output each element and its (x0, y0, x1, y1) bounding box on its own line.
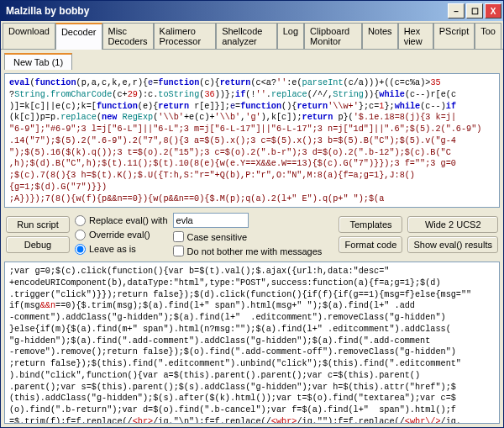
txt: (c){ (199, 78, 219, 87)
kw: function (97, 102, 138, 111)
close-button[interactable]: X (485, 3, 501, 18)
txt: ))}; (215, 90, 235, 99)
txt: <wbr\/> (405, 417, 441, 424)
radio-leave-as-is-input[interactable] (75, 244, 86, 255)
txt: (/^/, (307, 90, 333, 99)
txt: (c/a)))+((c=c%a)> (344, 78, 431, 87)
radio-label: Override eval() (89, 230, 150, 240)
templates-button[interactable]: Templates (339, 216, 402, 233)
txt: &&n (40, 301, 55, 310)
txt: (! (245, 90, 255, 99)
txt: <wbr> (271, 417, 297, 424)
tab-log[interactable]: Log (277, 23, 304, 49)
txt: (this).addClass("g-hidden");$(s).after($… (9, 394, 456, 403)
format-code-button[interactable]: Format code (339, 236, 402, 253)
fn: replace (271, 90, 307, 99)
wide-ucs2-button[interactable]: Wide 2 UCS2 (407, 216, 498, 233)
str: ");$(5).16($(k).q());3 t=$(o).2("15");3 … (9, 148, 451, 157)
str: '$.1e.18=8(j){3 k=j| (354, 113, 456, 122)
replace-eval-input[interactable] (173, 213, 249, 228)
str: .14("7");$(5).2(".6-9").2("7",8(){3 a=$(… (9, 136, 456, 145)
fn: toString (158, 90, 199, 99)
txt: }; (384, 102, 394, 111)
checkbox-do-not-bother-input[interactable] (173, 246, 184, 256)
tab-notes[interactable]: Notes (362, 23, 398, 49)
subtab-1[interactable]: New Tab (1) (4, 53, 72, 70)
tab-clipboard[interactable]: Clipboard Monitor (304, 23, 362, 49)
show-eval-results-button[interactable]: Show eval() results (407, 236, 498, 253)
num: 29 (128, 90, 138, 99)
txt: .trigger("click")}});return false});$(d)… (9, 290, 471, 299)
checkbox-case-sensitive-input[interactable] (173, 231, 184, 242)
checkbox-do-not-bother[interactable]: Do not bother me with messages (173, 246, 323, 256)
input-code-box[interactable]: eval(function(p,a,c,k,e,r){e=function(c)… (4, 73, 500, 208)
main-tabbar: Download Decoder Misc Decoders Kalimero … (1, 21, 503, 50)
txt: )]=k[c]||e(c);k=[ (9, 102, 97, 111)
kw: return (158, 102, 189, 111)
txt: -remove").remove();return false});$(o).f… (9, 347, 456, 357)
fn: replace (60, 113, 97, 122)
kw: while (379, 90, 405, 99)
tab-pscript[interactable]: PScript (433, 23, 475, 49)
tab-kalimero[interactable]: Kalimero Processor (154, 23, 217, 49)
str: ,h);$(d).B("C",h);$(t).11();$(t).10(8(e)… (9, 159, 456, 168)
txt: -comment").addClass("g-hidden");$(a).fin… (9, 313, 446, 322)
txt: ),k[c]); (261, 113, 302, 122)
radio-replace-eval[interactable]: Replace eval() with (75, 215, 168, 226)
txt: +encodeURIComponent(b),dataType:"html",t… (9, 278, 441, 288)
tab-overflow[interactable]: Too (475, 23, 501, 49)
txt: )){ (364, 90, 379, 99)
radio-leave-as-is[interactable]: Leave as is (75, 244, 168, 255)
txt: (){ (281, 102, 297, 111)
txt: (o).find(".b-return");var d=$(o).find(".… (9, 405, 456, 415)
tab-decoder[interactable]: Decoder (55, 23, 102, 50)
str: 'g' (245, 113, 260, 122)
debug-button[interactable]: Debug (6, 236, 70, 253)
txt: p}( (333, 113, 353, 122)
tab-download[interactable]: Download (3, 23, 55, 49)
cb-label: Do not bother me with messages (187, 246, 323, 256)
window-title: Malzilla by bobby (6, 5, 446, 17)
str: '' (276, 78, 286, 87)
kw: if (235, 90, 245, 99)
tab-shellcode[interactable]: Shellcode analyzer (216, 23, 277, 49)
tab-hexview[interactable]: Hex view (398, 23, 433, 49)
kw: return (302, 113, 333, 122)
radio-override-eval[interactable]: Override eval() (75, 230, 168, 240)
txt: /ig,"");f=f.replace(/ (297, 417, 404, 424)
run-script-button[interactable]: Run script (6, 216, 70, 233)
fn: parseInt (302, 78, 344, 87)
txt: .parent();var s=$(this).parent();$(s).ad… (9, 383, 456, 392)
kw: new (102, 113, 117, 122)
txt: =$.trim(f);f=f.replace(/ (9, 417, 133, 424)
txt: /ig, (441, 417, 461, 424)
kw: function (35, 78, 76, 87)
txt: (e){ (138, 102, 158, 111)
txt: (p,a,c,k,e,r){ (76, 78, 149, 87)
str: "6-9"];"#6-9";3 l=j["6-L"]||"6-L";3 m=j[… (9, 124, 481, 134)
radio-replace-eval-input[interactable] (75, 215, 86, 226)
kw: while (395, 102, 421, 111)
str: '\\w+' (328, 102, 359, 111)
txt: ==0){$.trim(msg);$(a).find(l+" span").ht… (55, 301, 415, 310)
fn: RegExp (123, 113, 154, 122)
kw: return (297, 102, 328, 111)
tab-misc-decoders[interactable]: Misc Decoders (102, 23, 154, 49)
str: '\\b' (158, 113, 184, 122)
kw: eval (9, 78, 29, 87)
num: 36 (204, 90, 214, 99)
fn: String (333, 90, 364, 99)
kw: return (220, 78, 251, 87)
checkbox-case-sensitive[interactable]: Case sensitive (173, 231, 323, 242)
control-bar: Run script Debug Replace eval() with Ove… (4, 211, 500, 258)
txt: (c--)r[e(c (405, 90, 456, 99)
output-code-box[interactable]: ;var g=0;$(c).click(function(){var b=$(t… (4, 262, 500, 424)
txt: (c--) (420, 102, 446, 111)
radio-override-eval-input[interactable] (75, 230, 86, 240)
cb-label: Case sensitive (187, 232, 248, 242)
kw: if (446, 102, 456, 111)
minimize-button[interactable]: – (448, 3, 465, 18)
maximize-button[interactable]: ☐ (466, 3, 483, 18)
txt: "g-hidden");$(a).find(".add-comment").ad… (9, 336, 430, 346)
str: '' (256, 90, 266, 99)
